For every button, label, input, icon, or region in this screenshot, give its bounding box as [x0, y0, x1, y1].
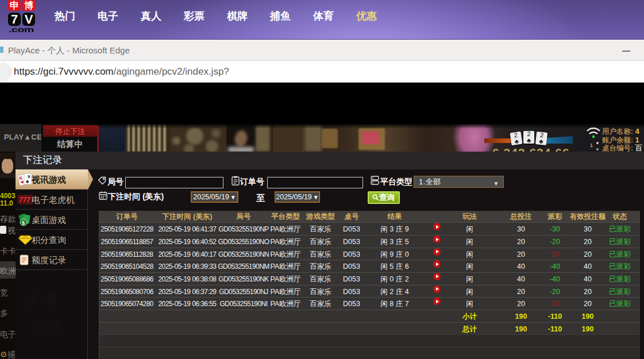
svg-text:777: 777: [19, 196, 31, 204]
svg-text:♠: ♠: [26, 178, 29, 184]
svg-text:$: $: [22, 220, 25, 226]
